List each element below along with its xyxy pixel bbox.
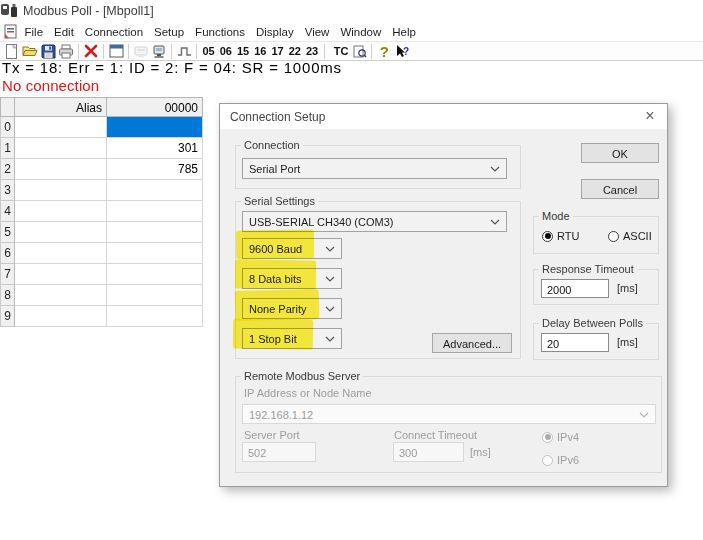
new-file-icon[interactable] <box>4 43 21 60</box>
func-22-button[interactable]: 22 <box>289 45 301 57</box>
response-timeout-label: Response Timeout <box>539 263 637 275</box>
server-port-label: Server Port <box>244 429 300 441</box>
highlight-baud <box>236 229 314 259</box>
mode-group-label: Mode <box>539 210 573 222</box>
menu-view[interactable]: View <box>299 26 335 38</box>
save-icon[interactable] <box>40 43 57 60</box>
window-title: Modbus Poll - [Mbpoll1] <box>23 4 154 18</box>
value-column-header[interactable]: 00000 <box>107 97 203 117</box>
alias-cell[interactable] <box>15 138 107 159</box>
alias-cell[interactable] <box>15 264 107 285</box>
grid-row-8: 8 <box>0 285 203 306</box>
func-05-button[interactable]: 05 <box>203 45 215 57</box>
value-cell[interactable]: 301 <box>107 138 203 159</box>
context-help-icon[interactable]: ? <box>394 43 411 60</box>
chevron-down-icon <box>325 336 335 342</box>
menu-edit[interactable]: Edit <box>49 26 80 38</box>
func-17-button[interactable]: 17 <box>272 45 284 57</box>
alias-cell[interactable] <box>15 180 107 201</box>
menu-display[interactable]: Display <box>250 26 299 38</box>
row-header[interactable]: 8 <box>0 285 15 306</box>
ipv6-label: IPv6 <box>557 454 579 466</box>
func-16-button[interactable]: 16 <box>254 45 266 57</box>
value-cell[interactable] <box>107 306 203 327</box>
close-icon[interactable]: × <box>642 107 658 125</box>
ip-address-label: IP Address or Node Name <box>244 387 372 399</box>
row-header[interactable]: 4 <box>0 201 15 222</box>
menu-bar: File Edit Connection Setup Functions Dis… <box>0 22 703 41</box>
ascii-radio[interactable]: ASCII <box>608 230 652 242</box>
connection-type-select[interactable]: Serial Port <box>242 158 507 179</box>
value-cell[interactable] <box>107 222 203 243</box>
delay-input[interactable]: 20 <box>541 333 609 352</box>
alias-cell[interactable] <box>15 201 107 222</box>
row-header[interactable]: 2 <box>0 159 15 180</box>
grid-corner-header <box>0 97 15 117</box>
alias-cell[interactable] <box>15 285 107 306</box>
alias-cell[interactable] <box>15 117 107 138</box>
row-header[interactable]: 9 <box>0 306 15 327</box>
alias-cell[interactable] <box>15 243 107 264</box>
value-cell[interactable] <box>107 180 203 201</box>
alias-column-header[interactable]: Alias <box>15 97 107 117</box>
func-23-button[interactable]: 23 <box>306 45 318 57</box>
window-definition-icon[interactable] <box>108 43 125 60</box>
menu-functions[interactable]: Functions <box>190 26 251 38</box>
value-cell-selected[interactable] <box>107 117 203 138</box>
serial-settings-group-label: Serial Settings <box>241 195 318 207</box>
toolbar-separator <box>324 44 325 59</box>
func-06-button[interactable]: 06 <box>220 45 232 57</box>
alias-cell[interactable] <box>15 306 107 327</box>
connect-timeout-unit: [ms] <box>470 446 491 458</box>
dialog-title-bar: Connection Setup × <box>220 104 667 129</box>
menu-connection[interactable]: Connection <box>79 26 148 38</box>
radio-circle <box>542 455 553 466</box>
toolbar-separator <box>171 44 172 59</box>
dialog-title: Connection Setup <box>230 110 325 124</box>
row-header[interactable]: 5 <box>0 222 15 243</box>
connection-setup-dialog: Connection Setup × Connection Serial Por… <box>219 103 668 487</box>
row-header[interactable]: 1 <box>0 138 15 159</box>
menu-help[interactable]: Help <box>387 26 422 38</box>
open-file-icon[interactable] <box>22 43 39 60</box>
disconnect-icon[interactable] <box>83 43 100 60</box>
value-cell[interactable]: 785 <box>107 159 203 180</box>
grid-row-9: 9 <box>0 306 203 327</box>
serial-port-select[interactable]: USB-SERIAL CH340 (COM3) <box>242 211 507 232</box>
ok-button[interactable]: OK <box>581 143 659 163</box>
zoom-document-icon[interactable] <box>351 43 368 60</box>
print-icon[interactable] <box>58 43 75 60</box>
row-header[interactable]: 3 <box>0 180 15 201</box>
response-timeout-input[interactable]: 2000 <box>541 279 609 298</box>
grid-row-2: 2 785 <box>0 159 203 180</box>
func-15-button[interactable]: 15 <box>237 45 249 57</box>
chevron-down-icon <box>639 412 649 418</box>
value-cell[interactable] <box>107 285 203 306</box>
test-center-button[interactable]: TC <box>334 45 349 57</box>
value-cell[interactable] <box>107 201 203 222</box>
cancel-button[interactable]: Cancel <box>581 179 659 199</box>
rtu-label: RTU <box>557 230 579 242</box>
row-header[interactable]: 6 <box>0 243 15 264</box>
menu-file[interactable]: File <box>19 26 49 38</box>
chevron-down-icon <box>325 306 335 312</box>
value-cell[interactable] <box>107 243 203 264</box>
advanced-button[interactable]: Advanced... <box>432 333 512 353</box>
pulse-icon[interactable] <box>176 43 193 60</box>
communication-traffic-icon[interactable] <box>133 43 150 60</box>
alias-cell[interactable] <box>15 222 107 243</box>
highlight-parity <box>235 289 320 321</box>
menu-window[interactable]: Window <box>335 26 387 38</box>
grid-row-4: 4 <box>0 201 203 222</box>
display-setup-icon[interactable] <box>151 43 168 60</box>
row-header[interactable]: 0 <box>0 117 15 138</box>
help-icon[interactable]: ? <box>376 43 393 60</box>
connection-status-text: No connection <box>2 77 99 94</box>
value-cell[interactable] <box>107 264 203 285</box>
chevron-down-icon <box>325 276 335 282</box>
grid-row-7: 7 <box>0 264 203 285</box>
alias-cell[interactable] <box>15 159 107 180</box>
rtu-radio[interactable]: RTU <box>542 230 579 242</box>
menu-setup[interactable]: Setup <box>149 26 190 38</box>
row-header[interactable]: 7 <box>0 264 15 285</box>
